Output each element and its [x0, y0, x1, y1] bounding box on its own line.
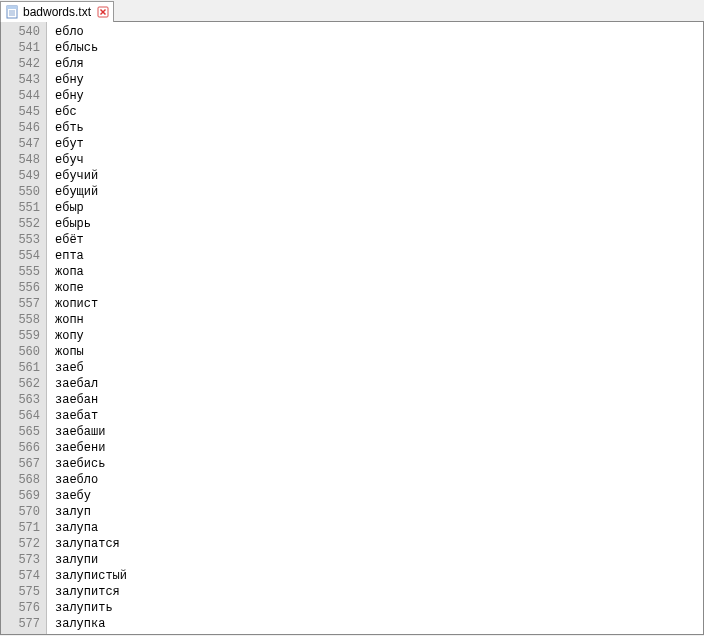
text-line: заеб: [55, 360, 703, 376]
text-line: заебени: [55, 440, 703, 456]
text-line: ебуч: [55, 152, 703, 168]
svg-rect-1: [7, 6, 17, 9]
text-line: залупа: [55, 520, 703, 536]
line-number: 562: [3, 376, 40, 392]
text-line: ебля: [55, 56, 703, 72]
text-line: ебучий: [55, 168, 703, 184]
line-number: 548: [3, 152, 40, 168]
line-number: 576: [3, 600, 40, 616]
file-icon: [5, 5, 19, 19]
line-number: 568: [3, 472, 40, 488]
text-line: ебыр: [55, 200, 703, 216]
line-number: 561: [3, 360, 40, 376]
line-number: 573: [3, 552, 40, 568]
tab-label: badwords.txt: [23, 5, 91, 19]
text-line: жопист: [55, 296, 703, 312]
text-line: ебну: [55, 72, 703, 88]
line-number: 551: [3, 200, 40, 216]
line-number: 567: [3, 456, 40, 472]
text-line: залупка: [55, 616, 703, 632]
text-line: заебу: [55, 488, 703, 504]
line-number: 556: [3, 280, 40, 296]
line-number: 555: [3, 264, 40, 280]
text-content[interactable]: еблоеблысьебляебнуебнуебсебтьебутебучебу…: [47, 22, 703, 634]
text-line: залупатся: [55, 536, 703, 552]
tab-bar: badwords.txt: [0, 0, 704, 22]
text-line: заебал: [55, 376, 703, 392]
line-number: 543: [3, 72, 40, 88]
text-line: ебну: [55, 88, 703, 104]
text-line: ебырь: [55, 216, 703, 232]
line-number: 559: [3, 328, 40, 344]
line-number: 550: [3, 184, 40, 200]
line-number: 552: [3, 216, 40, 232]
text-line: ебло: [55, 24, 703, 40]
text-line: залупить: [55, 600, 703, 616]
text-line: залупится: [55, 584, 703, 600]
line-number: 558: [3, 312, 40, 328]
line-number: 566: [3, 440, 40, 456]
text-line: заебан: [55, 392, 703, 408]
text-line: залупи: [55, 552, 703, 568]
text-line: залуп: [55, 504, 703, 520]
text-line: заебись: [55, 456, 703, 472]
text-line: еблысь: [55, 40, 703, 56]
text-line: жопа: [55, 264, 703, 280]
editor-area: 5405415425435445455465475485495505515525…: [0, 22, 704, 635]
text-line: заебат: [55, 408, 703, 424]
text-line: ебёт: [55, 232, 703, 248]
line-number: 557: [3, 296, 40, 312]
line-number: 577: [3, 616, 40, 632]
tab-badwords[interactable]: badwords.txt: [0, 1, 114, 22]
text-line: епта: [55, 248, 703, 264]
line-number: 549: [3, 168, 40, 184]
line-number: 563: [3, 392, 40, 408]
line-number: 540: [3, 24, 40, 40]
line-number: 575: [3, 584, 40, 600]
close-icon[interactable]: [97, 6, 109, 18]
line-number: 565: [3, 424, 40, 440]
line-number: 541: [3, 40, 40, 56]
line-number: 569: [3, 488, 40, 504]
line-number: 564: [3, 408, 40, 424]
line-number: 545: [3, 104, 40, 120]
line-number: 542: [3, 56, 40, 72]
line-number: 544: [3, 88, 40, 104]
text-line: жопу: [55, 328, 703, 344]
text-line: заебаши: [55, 424, 703, 440]
text-line: жопы: [55, 344, 703, 360]
line-number: 547: [3, 136, 40, 152]
line-number-gutter: 5405415425435445455465475485495505515525…: [1, 22, 47, 634]
text-line: ебс: [55, 104, 703, 120]
line-number: 560: [3, 344, 40, 360]
line-number: 571: [3, 520, 40, 536]
text-line: жопн: [55, 312, 703, 328]
line-number: 554: [3, 248, 40, 264]
text-line: жопе: [55, 280, 703, 296]
line-number: 553: [3, 232, 40, 248]
text-line: ебть: [55, 120, 703, 136]
line-number: 572: [3, 536, 40, 552]
text-line: ебут: [55, 136, 703, 152]
text-line: залупистый: [55, 568, 703, 584]
text-line: заебло: [55, 472, 703, 488]
line-number: 570: [3, 504, 40, 520]
text-line: ебущий: [55, 184, 703, 200]
line-number: 574: [3, 568, 40, 584]
line-number: 546: [3, 120, 40, 136]
